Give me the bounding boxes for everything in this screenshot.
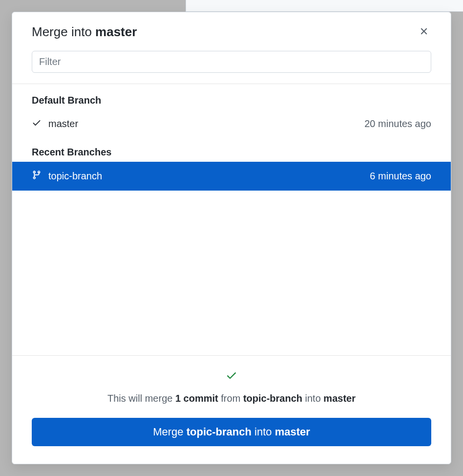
- dialog-footer: This will merge 1 commit from topic-bran…: [12, 355, 451, 464]
- filter-input[interactable]: [32, 51, 431, 73]
- background-content: [186, 0, 463, 12]
- branch-row-master[interactable]: master 20 minutes ago: [12, 110, 451, 138]
- branch-time: 20 minutes ago: [364, 118, 431, 130]
- git-branch-icon: [32, 170, 42, 183]
- branch-name: topic-branch: [48, 171, 102, 182]
- branch-list: Default Branch master 20 minutes ago Rec…: [12, 84, 451, 355]
- merge-btn-target: master: [275, 426, 310, 438]
- summary-target-branch: master: [323, 393, 356, 404]
- dialog-title: Merge into master: [32, 24, 137, 40]
- check-icon: [32, 118, 42, 130]
- summary-prefix: This will merge: [107, 393, 175, 404]
- default-branch-heading: Default Branch: [12, 95, 451, 110]
- merge-btn-into: into: [252, 426, 275, 438]
- merge-btn-prefix: Merge: [153, 426, 186, 438]
- merge-summary: This will merge 1 commit from topic-bran…: [32, 393, 431, 404]
- branch-name: master: [48, 118, 78, 130]
- summary-into: into: [302, 393, 323, 404]
- check-success-icon: [226, 374, 237, 383]
- filter-container: [12, 51, 451, 84]
- summary-source-branch: topic-branch: [243, 393, 302, 404]
- title-target-branch: master: [95, 24, 137, 39]
- summary-from: from: [218, 393, 243, 404]
- merge-status-icon-wrap: [32, 369, 431, 383]
- branch-row-left: master: [32, 118, 78, 130]
- dialog-header: Merge into master: [12, 12, 451, 51]
- branch-row-topic-branch[interactable]: topic-branch 6 minutes ago: [12, 162, 451, 191]
- summary-commit-count: 1 commit: [175, 393, 218, 404]
- title-prefix: Merge into: [32, 24, 95, 39]
- merge-dialog: Merge into master Default Branch master …: [12, 12, 451, 464]
- branch-time: 6 minutes ago: [370, 171, 431, 182]
- close-button[interactable]: [417, 24, 431, 40]
- recent-branches-heading: Recent Branches: [12, 147, 451, 162]
- merge-btn-source: topic-branch: [187, 426, 252, 438]
- merge-button[interactable]: Merge topic-branch into master: [32, 418, 431, 446]
- branch-row-left: topic-branch: [32, 170, 102, 183]
- close-icon: [419, 31, 429, 38]
